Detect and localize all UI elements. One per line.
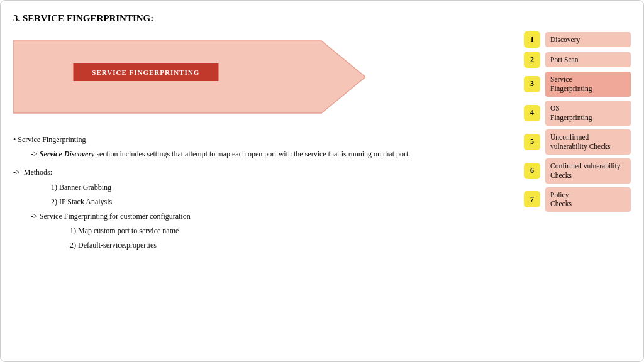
sidebar-num-4: 4: [524, 105, 540, 121]
bullet-8: 2) Default-service.properties: [13, 239, 514, 251]
sidebar-item-5: 5 Unconfirmed vulnerability Checks: [524, 129, 631, 155]
service-discovery-bold: Service Discovery: [40, 150, 95, 158]
main-container: 3. SERVICE FINGERPRINTING: SERVICE FINGE…: [0, 0, 644, 362]
sidebar-label-5: Unconfirmed vulnerability Checks: [545, 129, 631, 155]
bullet-3: -> Methods:: [13, 167, 514, 178]
arrow-container: SERVICE FINGERPRINTING: [13, 31, 365, 123]
sidebar-label-4: OSFingerprinting: [545, 101, 631, 126]
sidebar-item-2: 2 Port Scan: [524, 52, 631, 68]
content-area: SERVICE FINGERPRINTING • Service Fingerp…: [13, 31, 631, 342]
left-panel: SERVICE FINGERPRINTING • Service Fingerp…: [13, 31, 521, 342]
sidebar-item-4: 4 OSFingerprinting: [524, 101, 631, 126]
sidebar-label-7: PolicyChecks: [545, 187, 631, 212]
sidebar-label-6: Confirmed vulnerability Checks: [545, 158, 631, 184]
bullet-7: 1) Map custom port to service name: [13, 225, 514, 237]
bullet-4: 1) Banner Grabbing: [13, 182, 514, 194]
sidebar-item-1: 1 Discovery: [524, 31, 631, 48]
sidebar-num-5: 5: [524, 134, 540, 150]
page-title: 3. SERVICE FINGERPRINTING:: [13, 13, 631, 24]
bullet-1: • Service Fingerprinting: [13, 134, 514, 146]
sidebar-num-6: 6: [524, 163, 540, 179]
sidebar-num-3: 3: [524, 76, 540, 92]
sidebar-label-1: Discovery: [545, 32, 631, 48]
sidebar-label-3: ServiceFingerprinting: [545, 72, 631, 97]
sidebar-num-1: 1: [524, 31, 540, 48]
sidebar-item-3: 3 ServiceFingerprinting: [524, 72, 631, 97]
right-sidebar: 1 Discovery 2 Port Scan 3 ServiceFingerp…: [521, 31, 631, 342]
arrow-label: SERVICE FINGERPRINTING: [73, 63, 218, 81]
sidebar-num-7: 7: [524, 191, 540, 207]
bullet-6: -> Service Fingerprinting for customer c…: [13, 211, 514, 222]
bullet-5: 2) IP Stack Analysis: [13, 196, 514, 208]
sidebar-num-2: 2: [524, 52, 540, 68]
sidebar-item-7: 7 PolicyChecks: [524, 187, 631, 212]
sidebar-item-6: 6 Confirmed vulnerability Checks: [524, 158, 631, 184]
bullet-2: -> Service Discovery section includes se…: [13, 148, 514, 160]
bullet-section: • Service Fingerprinting -> Service Disc…: [13, 134, 514, 252]
sidebar-label-2: Port Scan: [545, 52, 631, 68]
